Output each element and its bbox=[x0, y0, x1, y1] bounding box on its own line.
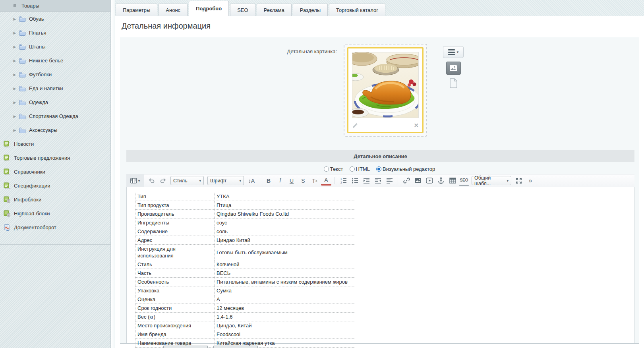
property-value-cell[interactable]: 1,4-1,6 bbox=[215, 313, 355, 321]
tab[interactable]: Торговый каталог bbox=[329, 4, 385, 16]
bold-button[interactable]: B bbox=[263, 176, 274, 186]
property-name-cell[interactable]: Адрес bbox=[135, 236, 215, 245]
undo-button[interactable] bbox=[146, 176, 157, 186]
property-value-cell[interactable]: соус bbox=[215, 218, 355, 227]
property-name-cell[interactable]: Содержание bbox=[135, 227, 215, 236]
property-value-cell[interactable]: A bbox=[215, 295, 355, 304]
insert-video-button[interactable] bbox=[424, 176, 435, 186]
chevron-right-icon[interactable]: ▶ bbox=[12, 128, 17, 132]
image-menu-button[interactable]: ▾ bbox=[443, 46, 464, 58]
font-color-button[interactable]: A bbox=[321, 176, 331, 186]
chevron-right-icon[interactable]: ▶ bbox=[12, 87, 17, 91]
bullet-list-button[interactable] bbox=[350, 176, 360, 186]
property-value-cell[interactable]: Питательные, витамины с низким содержани… bbox=[215, 278, 355, 286]
outdent-button[interactable] bbox=[373, 176, 383, 186]
property-value-cell[interactable]: Готовы быть обслуживаемым bbox=[215, 245, 355, 260]
property-value-cell[interactable]: Копченой bbox=[215, 260, 355, 269]
underline-button[interactable]: U bbox=[286, 176, 297, 186]
image-view-button[interactable] bbox=[446, 62, 461, 75]
property-value-cell[interactable]: Птица bbox=[215, 201, 355, 210]
property-value-cell[interactable]: 12 месяцев bbox=[215, 304, 355, 313]
property-value-cell[interactable]: Циндао Китай bbox=[215, 236, 355, 245]
table-row[interactable]: Имя бренда Foodscool bbox=[135, 330, 355, 339]
file-view-button[interactable] bbox=[449, 78, 458, 88]
tab[interactable]: Разделы bbox=[293, 4, 328, 16]
tab[interactable]: Подробно bbox=[189, 1, 229, 16]
link-button[interactable] bbox=[401, 176, 412, 186]
property-name-cell[interactable]: Тип продукта bbox=[135, 201, 215, 210]
table-row[interactable]: Особенность Питательные, витамины с низк… bbox=[135, 278, 355, 286]
save-button-top[interactable] bbox=[163, 346, 208, 348]
clear-format-button[interactable]: Tx bbox=[309, 176, 320, 186]
editor-mode-option[interactable]: HTML bbox=[350, 166, 370, 172]
table-row[interactable]: Содержание соль bbox=[135, 227, 355, 236]
tab[interactable]: Реклама bbox=[257, 4, 292, 16]
property-value-cell[interactable]: УТКА bbox=[215, 192, 355, 201]
sidebar-folder-item[interactable]: ▶ Аксессуары bbox=[0, 123, 110, 137]
radio-icon[interactable] bbox=[324, 166, 329, 172]
editor-mode-option[interactable]: Визуальный редактор bbox=[376, 166, 435, 172]
property-name-cell[interactable]: Место происхождения bbox=[135, 321, 215, 330]
font-size-button[interactable]: ↕A bbox=[246, 176, 257, 186]
property-value-cell[interactable]: Foodscool bbox=[215, 330, 355, 339]
table-row[interactable]: Инструкция для использования Готовы быть… bbox=[135, 245, 355, 260]
anchor-button[interactable] bbox=[436, 176, 446, 186]
sidebar-item-highload-bloki[interactable]: Highload-блоки bbox=[0, 207, 110, 220]
table-row[interactable]: Ингредиенты соус bbox=[135, 218, 355, 227]
table-row[interactable]: Часть ВЕСЬ bbox=[135, 269, 355, 278]
chevron-right-icon[interactable]: ▶ bbox=[12, 17, 17, 21]
property-name-cell[interactable]: Вес (кг) bbox=[135, 313, 215, 321]
table-row[interactable]: Упаковка Сумка bbox=[135, 286, 355, 295]
editor-mode-option[interactable]: Текст bbox=[324, 166, 343, 172]
table-row[interactable]: Место происхождения Циндао, Китай bbox=[135, 321, 355, 330]
radio-icon[interactable] bbox=[376, 166, 381, 172]
indent-button[interactable] bbox=[361, 176, 371, 186]
table-row[interactable]: Тип УТКА bbox=[135, 192, 355, 201]
template-select[interactable]: Общий шабл... ▾ bbox=[472, 176, 511, 185]
chevron-right-icon[interactable]: ▶ bbox=[12, 45, 17, 49]
chevron-right-icon[interactable]: ▶ bbox=[12, 114, 17, 118]
table-row[interactable]: Тип продукта Птица bbox=[135, 201, 355, 210]
property-value-cell[interactable]: соль bbox=[215, 227, 355, 236]
insert-image-button[interactable] bbox=[413, 176, 423, 186]
snippets-button[interactable]: ▾ bbox=[126, 174, 144, 187]
property-name-cell[interactable]: Упаковка bbox=[135, 286, 215, 295]
property-name-cell[interactable]: Производитель bbox=[135, 210, 215, 218]
radio-icon[interactable] bbox=[350, 166, 355, 172]
sidebar-folder-item[interactable]: ▶ Платья bbox=[0, 26, 110, 40]
style-select[interactable]: Стиль ▾ bbox=[170, 176, 204, 185]
chevron-right-icon[interactable]: ▶ bbox=[12, 101, 17, 104]
seo-button[interactable]: SEO bbox=[459, 176, 469, 186]
sidebar-item-infobloki[interactable]: Инфоблоки bbox=[0, 193, 110, 207]
sidebar-folder-item[interactable]: ▶ Нижнее белье bbox=[0, 54, 110, 68]
property-value-cell[interactable]: ВЕСЬ bbox=[215, 269, 355, 278]
sidebar-item-spravochniki[interactable]: Справочники bbox=[0, 165, 110, 179]
property-name-cell[interactable]: Срок годности bbox=[135, 304, 215, 313]
sidebar-folder-item[interactable]: ▶ Одежда bbox=[0, 95, 110, 109]
property-name-cell[interactable]: Тип bbox=[135, 192, 215, 201]
align-button[interactable] bbox=[384, 176, 395, 186]
property-name-cell[interactable]: Часть bbox=[135, 269, 215, 278]
strikethrough-button[interactable]: S bbox=[298, 176, 308, 186]
property-value-cell[interactable]: Qingdao Shiweiku Foods Co.ltd bbox=[215, 210, 355, 218]
sidebar-folder-item[interactable]: ▶ Обувь bbox=[0, 12, 110, 26]
table-row[interactable]: Стиль Копченой bbox=[135, 260, 355, 269]
sidebar-folder-item[interactable]: ▶ Еда и напитки bbox=[0, 81, 110, 95]
sidebar-item-novosti[interactable]: Новости bbox=[0, 137, 110, 151]
sidebar-item-specifikacii[interactable]: Спецификации bbox=[0, 179, 110, 193]
redo-button[interactable] bbox=[158, 176, 168, 186]
table-row[interactable]: Оценка A bbox=[135, 295, 355, 304]
italic-button[interactable]: I bbox=[275, 176, 285, 186]
chevron-right-icon[interactable]: ▶ bbox=[12, 59, 17, 63]
insert-table-button[interactable] bbox=[447, 176, 458, 186]
edit-image-icon[interactable] bbox=[352, 123, 358, 129]
table-row[interactable]: Вес (кг) 1,4-1,6 bbox=[135, 313, 355, 321]
more-tools-button[interactable]: » bbox=[525, 176, 536, 186]
product-photo[interactable] bbox=[352, 52, 419, 118]
sidebar-item-torgovye-predlozheniya[interactable]: Торговые предложения bbox=[0, 151, 110, 165]
property-value-cell[interactable]: Сумка bbox=[215, 286, 355, 295]
apply-button-top[interactable] bbox=[213, 346, 258, 348]
property-name-cell[interactable]: Имя бренда bbox=[135, 330, 215, 339]
tab[interactable]: SEO bbox=[230, 4, 255, 16]
sidebar-item-tovary[interactable]: Товары bbox=[0, 0, 110, 12]
